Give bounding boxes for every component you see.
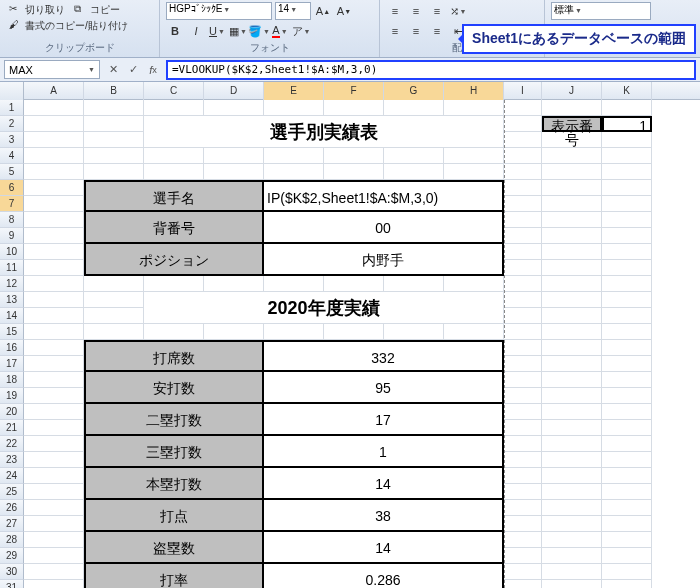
stat-value-2[interactable]: 17 <box>264 404 504 436</box>
formula-bar-row: MAX ▼ ✕ ✓ fx =VLOOKUP($K$2,Sheet1!$A:$M,… <box>0 58 700 82</box>
display-no-value[interactable]: 1 <box>602 116 652 132</box>
row-header-30[interactable]: 30 <box>0 564 24 580</box>
column-header-I[interactable]: I <box>504 82 542 100</box>
row-header-19[interactable]: 19 <box>0 388 24 404</box>
row-header-29[interactable]: 29 <box>0 548 24 564</box>
column-header-F[interactable]: F <box>324 82 384 100</box>
stat-value-6[interactable]: 14 <box>264 532 504 564</box>
stat-value-4[interactable]: 14 <box>264 468 504 500</box>
stat-value-5[interactable]: 38 <box>264 500 504 532</box>
row-header-2[interactable]: 2 <box>0 116 24 132</box>
row-header-5[interactable]: 5 <box>0 164 24 180</box>
number-format-select[interactable]: 標準▼ <box>551 2 651 20</box>
column-header-D[interactable]: D <box>204 82 264 100</box>
paste-format-button[interactable]: 🖌 書式のコピー/貼り付け <box>6 18 131 34</box>
position-value[interactable]: 内野手 <box>264 244 504 276</box>
row-header-20[interactable]: 20 <box>0 404 24 420</box>
row-header-12[interactable]: 12 <box>0 276 24 292</box>
stat-label-6: 盗塁数 <box>84 532 264 564</box>
row-header-17[interactable]: 17 <box>0 356 24 372</box>
font-name-select[interactable]: HGPｺﾞｼｯｸE▼ <box>166 2 272 20</box>
row-header-1[interactable]: 1 <box>0 100 24 116</box>
column-header-E[interactable]: E <box>264 82 324 100</box>
chevron-down-icon: ▼ <box>575 7 582 14</box>
player-name-value[interactable]: IP($K$2,Sheet1!$A:$M,3,0) <box>264 180 504 212</box>
italic-button[interactable]: I <box>187 22 205 40</box>
row-header-31[interactable]: 31 <box>0 580 24 588</box>
copy-icon: ⧉ <box>74 3 88 17</box>
row-header-8[interactable]: 8 <box>0 212 24 228</box>
formula-bar[interactable]: =VLOOKUP($K$2,Sheet1!$A:$M,3,0) <box>166 60 696 80</box>
align-top-button[interactable]: ≡ <box>386 2 404 20</box>
row-header-16[interactable]: 16 <box>0 340 24 356</box>
row-header-27[interactable]: 27 <box>0 516 24 532</box>
stat-label-0: 打席数 <box>84 340 264 372</box>
row-header-28[interactable]: 28 <box>0 532 24 548</box>
border-button[interactable]: ▦▼ <box>229 22 247 40</box>
row-header-9[interactable]: 9 <box>0 228 24 244</box>
brush-icon: 🖌 <box>9 19 23 33</box>
uniform-number-value[interactable]: 00 <box>264 212 504 244</box>
chevron-down-icon: ▼ <box>281 28 288 35</box>
column-header-B[interactable]: B <box>84 82 144 100</box>
align-right-button[interactable]: ≡ <box>428 22 446 40</box>
row-header-26[interactable]: 26 <box>0 500 24 516</box>
increase-font-button[interactable]: A▲ <box>314 2 332 20</box>
cut-label: 切り取り <box>25 3 65 17</box>
cut-button[interactable]: ✂ 切り取り <box>6 2 68 18</box>
grid-body[interactable]: 選手別実績表表示番号1選手名IP($K$2,Sheet1!$A:$M,3,0)背… <box>24 100 700 588</box>
name-box[interactable]: MAX ▼ <box>4 60 100 79</box>
row-header-22[interactable]: 22 <box>0 436 24 452</box>
row-header-7[interactable]: 7 <box>0 196 24 212</box>
stat-label-3: 三塁打数 <box>84 436 264 468</box>
column-header-G[interactable]: G <box>384 82 444 100</box>
row-header-10[interactable]: 10 <box>0 244 24 260</box>
spreadsheet-grid[interactable]: ABCDEFGHIJK 1234567891011121314151617181… <box>0 82 700 588</box>
decrease-font-button[interactable]: A▼ <box>335 2 353 20</box>
column-headers: ABCDEFGHIJK <box>0 82 700 100</box>
row-header-15[interactable]: 15 <box>0 324 24 340</box>
row-header-4[interactable]: 4 <box>0 148 24 164</box>
underline-button[interactable]: U▼ <box>208 22 226 40</box>
copy-label: コピー <box>90 3 120 17</box>
column-header-C[interactable]: C <box>144 82 204 100</box>
row-header-21[interactable]: 21 <box>0 420 24 436</box>
stat-value-7[interactable]: 0.286 <box>264 564 504 588</box>
scissors-icon: ✂ <box>9 3 23 17</box>
row-header-14[interactable]: 14 <box>0 308 24 324</box>
stat-value-1[interactable]: 95 <box>264 372 504 404</box>
row-header-18[interactable]: 18 <box>0 372 24 388</box>
font-color-button[interactable]: A▼ <box>271 22 289 40</box>
align-bottom-button[interactable]: ≡ <box>428 2 446 20</box>
uniform-number-label: 背番号 <box>84 212 264 244</box>
column-header-J[interactable]: J <box>542 82 602 100</box>
align-center-button[interactable]: ≡ <box>407 22 425 40</box>
fill-color-button[interactable]: 🪣▼ <box>250 22 268 40</box>
annotation-callout: Sheet1にあるデータベースの範囲 <box>462 24 696 54</box>
font-size-select[interactable]: 14▼ <box>275 2 311 20</box>
copy-button[interactable]: ⧉ コピー <box>71 2 123 18</box>
fx-button[interactable]: fx <box>144 61 162 79</box>
row-header-13[interactable]: 13 <box>0 292 24 308</box>
orientation-button[interactable]: ⤮▼ <box>449 2 467 20</box>
column-header-A[interactable]: A <box>24 82 84 100</box>
bold-button[interactable]: B <box>166 22 184 40</box>
select-all-corner[interactable] <box>0 82 24 100</box>
phonetic-button[interactable]: ア▼ <box>292 22 310 40</box>
column-header-K[interactable]: K <box>602 82 652 100</box>
row-header-11[interactable]: 11 <box>0 260 24 276</box>
row-header-23[interactable]: 23 <box>0 452 24 468</box>
accept-formula-button[interactable]: ✓ <box>124 61 142 79</box>
align-left-button[interactable]: ≡ <box>386 22 404 40</box>
column-header-H[interactable]: H <box>444 82 504 100</box>
row-header-3[interactable]: 3 <box>0 132 24 148</box>
row-header-25[interactable]: 25 <box>0 484 24 500</box>
align-middle-button[interactable]: ≡ <box>407 2 425 20</box>
ribbon-font-group: HGPｺﾞｼｯｸE▼ 14▼ A▲ A▼ B I U▼ ▦▼ 🪣▼ A▼ ア▼ … <box>160 0 380 57</box>
chevron-down-icon: ▼ <box>460 8 467 15</box>
stat-value-3[interactable]: 1 <box>264 436 504 468</box>
row-header-24[interactable]: 24 <box>0 468 24 484</box>
row-header-6[interactable]: 6 <box>0 180 24 196</box>
stat-value-0[interactable]: 332 <box>264 340 504 372</box>
cancel-formula-button[interactable]: ✕ <box>104 61 122 79</box>
